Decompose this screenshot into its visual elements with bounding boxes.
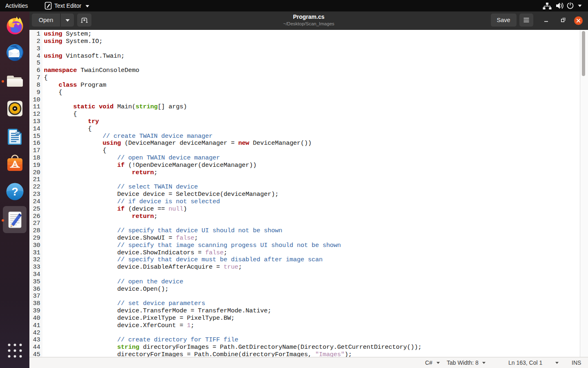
- svg-text:Text Editor: Text Editor: [54, 2, 81, 9]
- svg-text:?: ?: [11, 186, 18, 198]
